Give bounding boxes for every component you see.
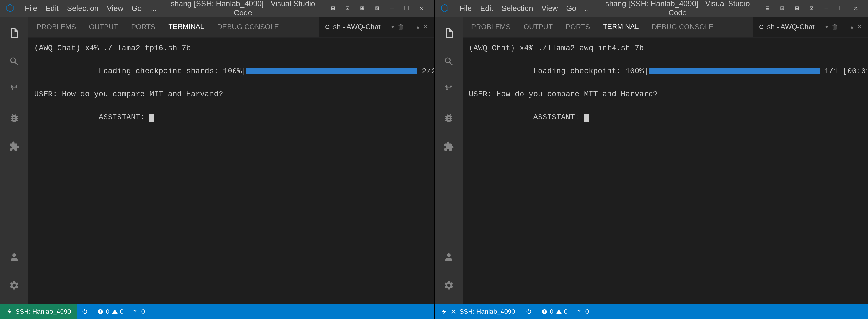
plus-btn-right[interactable]: + — [818, 23, 822, 31]
close-btn-left[interactable]: ✕ — [414, 3, 428, 13]
trash-icon-left[interactable]: 🗑 — [398, 23, 404, 31]
layout-btn-left[interactable]: ⊟ — [326, 3, 340, 13]
tab-output-left[interactable]: OUTPUT — [83, 17, 124, 37]
error-count-left: 0 — [106, 308, 109, 315]
title-bar-right: ⬡ File Edit Selection View Go ... shang … — [435, 0, 868, 17]
trash-icon-right[interactable]: 🗑 — [832, 23, 838, 31]
term-line-3-left: USER: How do you compare MIT and Harvard… — [34, 89, 428, 100]
minimize-btn-right[interactable]: ─ — [819, 3, 833, 13]
activity-settings-left[interactable] — [0, 271, 28, 299]
window-title-right: shang [SSH: Hanlab_4090] - Visual Studio… — [599, 0, 756, 18]
warning-icon-left — [112, 309, 118, 315]
activity-search-right[interactable] — [435, 47, 463, 76]
chevron-down-right[interactable]: ▾ — [826, 24, 828, 30]
menu-file-right[interactable]: File — [456, 3, 475, 14]
menu-more-right[interactable]: ... — [581, 3, 595, 14]
activity-profile-right[interactable] — [435, 243, 463, 271]
term-user-right: USER: How do you compare MIT and Harvard… — [469, 90, 658, 99]
close-btn-right[interactable]: ✕ — [849, 3, 863, 13]
vscode-icon-right: ⬡ — [440, 2, 449, 14]
more-left[interactable]: ··· — [408, 23, 413, 31]
panel-tabs-right: PROBLEMS OUTPUT PORTS TERMINAL DEBUG CON… — [463, 17, 722, 37]
layout2-btn-right[interactable]: ⊡ — [775, 3, 789, 13]
term-prompt-left: (AWQ-Chat) x4% ./llama2_fp16.sh 7b — [34, 44, 191, 53]
menu-selection-right[interactable]: Selection — [498, 3, 537, 14]
maximize-btn-left[interactable]: □ — [400, 3, 413, 13]
plus-btn-left[interactable]: + — [384, 23, 388, 31]
activity-scm-left[interactable] — [0, 76, 28, 104]
activity-settings-right[interactable] — [435, 271, 463, 299]
more-right[interactable]: ··· — [842, 23, 847, 31]
activity-debug-right[interactable] — [435, 104, 463, 132]
status-broadcast-right[interactable]: 0 — [572, 304, 594, 319]
close-panel-left[interactable]: ✕ — [423, 23, 428, 31]
chevron-up-right[interactable]: ▴ — [850, 24, 853, 30]
activity-profile-left[interactable] — [0, 243, 28, 271]
tab-terminal-right[interactable]: TERMINAL — [597, 17, 645, 37]
layout-btn-right[interactable]: ⊟ — [761, 3, 774, 13]
term-line-1-right: (AWQ-Chat) x4% ./llama2_awq_int4.sh 7b — [469, 42, 862, 54]
maximize-btn-right[interactable]: □ — [834, 3, 848, 13]
status-sync-right[interactable] — [521, 304, 537, 319]
status-bar-left: SSH: Hanlab_4090 0 0 0 — [0, 304, 434, 319]
menu-more-left[interactable]: ... — [147, 3, 160, 14]
term-assistant-label-right: ASSISTANT: — [533, 113, 584, 122]
layout3-btn-right[interactable]: ⊞ — [790, 3, 804, 13]
activity-debug-left[interactable] — [0, 104, 28, 132]
terminal-tab-label-right[interactable]: sh - AWQ-Chat — [767, 23, 814, 31]
vscode-icon-left: ⬡ — [6, 2, 14, 14]
progress-bar-left — [246, 68, 417, 75]
close-remote-right — [450, 308, 457, 315]
error-count-right: 0 — [550, 308, 553, 315]
menu-view-left[interactable]: View — [103, 3, 127, 14]
menu-bar-right: File Edit Selection View Go ... — [456, 3, 595, 14]
terminal-dot-left — [326, 25, 330, 29]
term-user-left: USER: How do you compare MIT and Harvard… — [34, 90, 223, 99]
layout2-btn-left[interactable]: ⊡ — [341, 3, 354, 13]
terminal-tab-label-left[interactable]: sh - AWQ-Chat — [333, 23, 380, 31]
activity-extensions-right[interactable] — [435, 132, 463, 161]
close-panel-right[interactable]: ✕ — [857, 23, 862, 31]
menu-edit-left[interactable]: Edit — [42, 3, 62, 14]
status-broadcast-left[interactable]: 0 — [128, 304, 150, 319]
status-remote-right[interactable]: SSH: Hanlab_4090 — [435, 304, 521, 319]
status-sync-left[interactable] — [77, 304, 93, 319]
layout4-btn-left[interactable]: ⊠ — [370, 3, 384, 13]
status-remote-left[interactable]: SSH: Hanlab_4090 — [0, 304, 77, 319]
term-progress-stats-left: 2/2 [00:04<00:00, 2.29s/it] — [417, 67, 434, 76]
activity-scm-right[interactable] — [435, 76, 463, 104]
term-progress-stats-right: 1/1 [00:01<00:00, 1.35s/it] — [820, 67, 868, 76]
error-icon-left — [97, 309, 103, 315]
chevron-down-left[interactable]: ▾ — [392, 24, 394, 30]
chevron-up-left[interactable]: ▴ — [416, 24, 419, 30]
menu-view-right[interactable]: View — [538, 3, 562, 14]
layout3-btn-left[interactable]: ⊞ — [355, 3, 369, 13]
remote-icon-left — [6, 308, 13, 315]
activity-search-left[interactable] — [0, 47, 28, 76]
menu-selection-left[interactable]: Selection — [63, 3, 102, 14]
term-cursor-left — [149, 114, 154, 122]
activity-explorer-right[interactable] — [435, 19, 463, 47]
layout4-btn-right[interactable]: ⊠ — [805, 3, 818, 13]
term-line-4-left: ASSISTANT: — [34, 100, 428, 135]
status-errors-right[interactable]: 0 0 — [537, 304, 572, 319]
tab-debug-right[interactable]: DEBUG CONSOLE — [646, 17, 719, 37]
tab-terminal-left[interactable]: TERMINAL — [162, 17, 210, 37]
menu-go-left[interactable]: Go — [128, 3, 146, 14]
tab-output-right[interactable]: OUTPUT — [518, 17, 559, 37]
tab-problems-right[interactable]: PROBLEMS — [465, 17, 516, 37]
tab-debug-left[interactable]: DEBUG CONSOLE — [211, 17, 285, 37]
activity-extensions-left[interactable] — [0, 132, 28, 161]
tab-ports-right[interactable]: PORTS — [560, 17, 596, 37]
status-errors-left[interactable]: 0 0 — [93, 304, 128, 319]
term-line-2-left: Loading checkpoint shards: 100%| 2/2 [00… — [34, 54, 428, 89]
menu-go-right[interactable]: Go — [563, 3, 580, 14]
terminal-output-right: (AWQ-Chat) x4% ./llama2_awq_int4.sh 7b L… — [463, 38, 868, 304]
progress-bar-right — [649, 68, 820, 75]
activity-explorer-left[interactable] — [0, 19, 28, 47]
tab-ports-left[interactable]: PORTS — [125, 17, 161, 37]
tab-problems-left[interactable]: PROBLEMS — [31, 17, 82, 37]
menu-edit-right[interactable]: Edit — [476, 3, 497, 14]
minimize-btn-left[interactable]: ─ — [385, 3, 399, 13]
menu-file-left[interactable]: File — [21, 3, 41, 14]
